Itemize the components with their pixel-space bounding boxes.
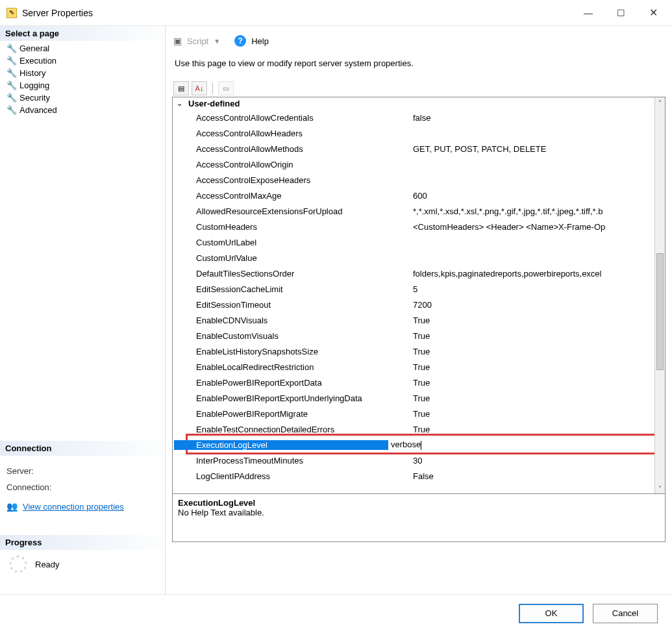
wrench-icon: 🔧	[6, 68, 16, 78]
app-icon: ✎	[6, 8, 17, 18]
scroll-down-icon[interactable]: ˅	[655, 483, 665, 493]
property-value[interactable]: True	[410, 316, 654, 325]
property-row[interactable]: DefaultTilesSectionsOrderfolders,kpis,pa…	[173, 266, 654, 281]
property-name: CustomHeaders	[196, 222, 410, 232]
property-row[interactable]: CustomUrlValue	[173, 250, 654, 266]
property-value[interactable]: True	[410, 331, 654, 341]
property-row[interactable]: AccessControlAllowCredentialsfalse	[173, 110, 654, 125]
sidebar-item-advanced[interactable]: 🔧 Advanced	[3, 104, 162, 116]
property-name: EditSessionTimeout	[196, 300, 410, 310]
property-name: EnableListHistorySnapshotsSize	[196, 347, 410, 356]
property-name: AccessControlAllowCredentials	[196, 113, 410, 123]
property-value[interactable]: 5	[410, 284, 654, 294]
property-row[interactable]: EditSessionTimeout7200	[173, 297, 654, 312]
category-label: User-defined	[188, 99, 240, 108]
property-value[interactable]: True	[410, 425, 654, 434]
property-name: AccessControlAllowMethods	[196, 144, 410, 154]
sidebar-item-history[interactable]: 🔧 History	[3, 67, 162, 79]
property-row[interactable]: AccessControlAllowHeaders	[173, 125, 654, 141]
maximize-button[interactable]: ☐	[604, 2, 637, 24]
property-value[interactable]: False	[410, 471, 654, 481]
sidebar-item-label: Execution	[19, 56, 56, 66]
wrench-icon: 🔧	[6, 56, 16, 66]
view-connection-properties-link[interactable]: View connection properties	[23, 502, 124, 512]
categorized-button[interactable]: ▤	[173, 81, 189, 95]
sidebar-item-general[interactable]: 🔧 General	[3, 42, 162, 55]
title-bar: ✎ Server Properties — ☐ ✕	[0, 0, 672, 26]
property-value[interactable]: 600	[410, 191, 654, 201]
property-name: EnablePowerBIReportMigrate	[196, 409, 410, 419]
scroll-up-icon[interactable]: ˄	[655, 97, 665, 108]
alphabetical-button[interactable]: A↓	[192, 81, 207, 95]
property-name: CustomUrlLabel	[196, 238, 410, 247]
property-value[interactable]: GET, PUT, POST, PATCH, DELETE	[410, 144, 654, 154]
property-value[interactable]: <CustomHeaders> <Header> <Name>X-Frame-O…	[410, 222, 654, 232]
property-row[interactable]: EnablePowerBIReportMigrateTrue	[173, 406, 654, 421]
property-row[interactable]: EnableCustomVisualsTrue	[173, 328, 654, 343]
help-button[interactable]: Help	[251, 36, 269, 46]
property-grid[interactable]: ⌄User-definedAccessControlAllowCredentia…	[172, 97, 666, 494]
connection-block: Server: Connection: 👥 View connection pr…	[0, 456, 165, 515]
property-value[interactable]: verbose	[388, 440, 654, 450]
help-icon[interactable]: ?	[234, 35, 246, 47]
connection-header: Connection	[0, 441, 165, 456]
sidebar-item-logging[interactable]: 🔧 Logging	[3, 79, 162, 92]
property-row[interactable]: EditSessionCacheLimit5	[173, 281, 654, 297]
property-row[interactable]: EnableLocalRedirectRestrictionTrue	[173, 359, 654, 375]
scrollbar[interactable]: ˄ ˅	[654, 97, 665, 493]
chevron-down-icon: ⌄	[177, 99, 184, 108]
property-row[interactable]: InterProcessTimeoutMinutes30	[173, 453, 654, 468]
property-row[interactable]: EnablePowerBIReportExportUnderlyingDataT…	[173, 390, 654, 406]
script-button[interactable]: Script	[187, 36, 208, 46]
property-row[interactable]: EnableTestConnectionDetailedErrorsTrue	[173, 421, 654, 437]
minimize-button[interactable]: —	[572, 2, 604, 24]
wrench-icon: 🔧	[6, 105, 16, 115]
window-title: Server Properties	[17, 8, 572, 18]
property-value[interactable]: True	[410, 378, 654, 388]
property-row[interactable]: AccessControlExposeHeaders	[173, 172, 654, 188]
property-pages-button[interactable]: ▭	[218, 81, 234, 95]
dialog-buttons: OK Cancel	[0, 594, 672, 632]
scroll-thumb[interactable]	[656, 253, 664, 370]
property-name: InterProcessTimeoutMinutes	[196, 456, 410, 465]
property-name: EnableCDNVisuals	[196, 316, 410, 325]
property-value[interactable]: folders,kpis,paginatedreports,powerbirep…	[410, 269, 654, 279]
page-list: 🔧 General 🔧 Execution 🔧 History 🔧 Loggin…	[0, 41, 165, 118]
sidebar-item-security[interactable]: 🔧 Security	[3, 92, 162, 104]
category-row[interactable]: ⌄User-defined	[173, 97, 654, 110]
property-value[interactable]: false	[410, 113, 654, 123]
property-row[interactable]: EnableListHistorySnapshotsSizeTrue	[173, 343, 654, 359]
property-name: DefaultTilesSectionsOrder	[196, 269, 410, 279]
cancel-button[interactable]: Cancel	[593, 604, 658, 623]
property-name: EnablePowerBIReportExportData	[196, 378, 410, 388]
ok-button[interactable]: OK	[519, 604, 584, 623]
property-value[interactable]: True	[410, 409, 654, 419]
script-icon: ▣	[173, 36, 182, 46]
property-value[interactable]: 30	[410, 456, 654, 465]
property-row[interactable]: ExecutionLogLevelverbose	[173, 437, 654, 453]
sidebar-item-execution[interactable]: 🔧 Execution	[3, 55, 162, 67]
property-row[interactable]: AllowedResourceExtensionsForUpload*,*.xm…	[173, 203, 654, 219]
main-toolbar: ▣ Script ▼ ? Help	[172, 32, 666, 56]
property-value[interactable]: True	[410, 393, 654, 403]
property-row[interactable]: CustomHeaders<CustomHeaders> <Header> <N…	[173, 219, 654, 234]
progress-block: Ready	[0, 550, 165, 578]
sidebar-item-label: Advanced	[19, 105, 57, 115]
property-value[interactable]: True	[410, 347, 654, 356]
property-value[interactable]: True	[410, 362, 654, 372]
property-value[interactable]: *,*.xml,*.xsd,*.xsl,*.png,*.gif,*.jpg,*.…	[410, 206, 654, 216]
chevron-down-icon[interactable]: ▼	[214, 38, 220, 45]
help-panel-body: No Help Text available.	[178, 508, 660, 517]
help-panel: ExecutionLogLevel No Help Text available…	[172, 494, 666, 542]
property-value[interactable]: 7200	[410, 300, 654, 310]
property-row[interactable]: AccessControlAllowMethodsGET, PUT, POST,…	[173, 141, 654, 156]
property-row[interactable]: AccessControlAllowOrigin	[173, 156, 654, 172]
property-name: AccessControlMaxAge	[196, 191, 410, 201]
progress-status: Ready	[35, 560, 60, 569]
property-row[interactable]: EnablePowerBIReportExportDataTrue	[173, 375, 654, 390]
property-row[interactable]: AccessControlMaxAge600	[173, 188, 654, 203]
property-row[interactable]: CustomUrlLabel	[173, 234, 654, 250]
property-row[interactable]: LogClientIPAddressFalse	[173, 468, 654, 484]
close-button[interactable]: ✕	[637, 2, 669, 24]
property-row[interactable]: EnableCDNVisualsTrue	[173, 312, 654, 328]
